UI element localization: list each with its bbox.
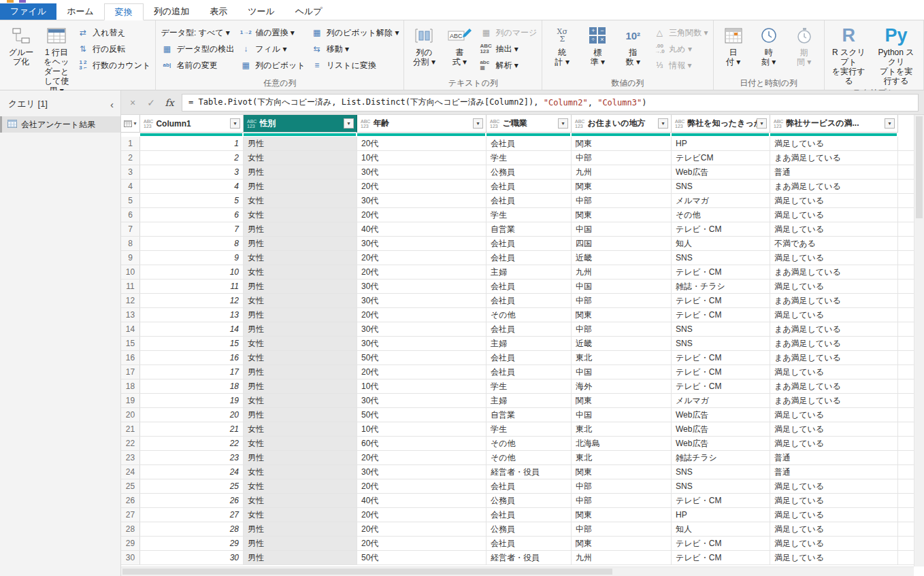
horizontal-scrollbar[interactable] (121, 566, 914, 576)
table-cell[interactable]: Web広告 (672, 408, 770, 422)
row-number[interactable]: 16 (121, 351, 140, 365)
row-number[interactable]: 21 (121, 422, 140, 436)
column-header-satisfaction[interactable]: ABC 123 弊社サービスの満... ▾ (770, 115, 898, 133)
time-button[interactable]: 時 刻 ▾ (754, 22, 784, 67)
table-cell[interactable]: まあ満足している (770, 351, 898, 365)
table-cell[interactable]: 中国 (572, 222, 672, 236)
table-cell[interactable]: 20代 (357, 365, 486, 379)
table-cell[interactable]: HP (672, 508, 770, 522)
row-number[interactable]: 11 (121, 279, 140, 293)
table-cell[interactable]: 30 (140, 551, 244, 564)
table-cell[interactable]: 男性 (244, 222, 357, 236)
table-cell[interactable]: 40代 (357, 222, 486, 236)
table-cell[interactable]: SNS (672, 337, 770, 350)
table-cell[interactable]: 26 (140, 494, 244, 507)
table-cell[interactable]: 30代 (357, 165, 486, 179)
format-button[interactable]: ABC 書 式 ▾ (444, 22, 474, 67)
table-cell[interactable]: 満足している (770, 522, 898, 536)
table-cell[interactable]: 近畿 (572, 337, 672, 350)
table-cell[interactable]: 関東 (572, 537, 672, 550)
table-cell[interactable]: 女性 (244, 351, 357, 365)
filter-icon[interactable]: ▾ (230, 118, 240, 129)
filter-icon[interactable]: ▾ (558, 118, 568, 129)
table-cell[interactable]: 満足している (770, 222, 898, 236)
table-cell[interactable]: 関東 (572, 394, 672, 407)
extract-button[interactable]: ABC 123 抽出 ▾ (480, 41, 537, 57)
table-cell[interactable]: 男性 (244, 551, 357, 564)
row-number[interactable]: 10 (121, 265, 140, 279)
table-cell[interactable]: まあ満足している (770, 322, 898, 336)
split-column-button[interactable]: 列の 分割 ▾ (409, 22, 439, 67)
table-cell[interactable]: 関東 (572, 465, 672, 479)
table-cell[interactable]: まあ満足している (770, 265, 898, 279)
use-first-row-as-headers-button[interactable]: 1 行目をヘッ ダーとして使用 ▾ (42, 22, 71, 96)
table-cell[interactable]: 女性 (244, 422, 357, 436)
table-cell[interactable]: 50代 (357, 351, 486, 365)
count-rows-button[interactable]: 1 2 3 ⌐ 行数のカウント (77, 57, 150, 73)
rounding-button[interactable]: .00 →.0 丸め ▾ (653, 41, 708, 57)
table-cell[interactable]: 10代 (357, 422, 486, 436)
table-cell[interactable]: 会社員 (486, 279, 572, 293)
table-cell[interactable]: 男性 (244, 137, 357, 150)
table-cell[interactable]: 男性 (244, 408, 357, 422)
table-cell[interactable]: 満足している (770, 208, 898, 222)
table-cell[interactable]: 会社員 (486, 365, 572, 379)
table-cell[interactable]: 女性 (244, 465, 357, 479)
table-cell[interactable]: 自営業 (486, 408, 572, 422)
filter-icon[interactable]: ▾ (658, 118, 668, 129)
table-cell[interactable]: 学生 (486, 422, 572, 436)
table-cell[interactable]: SNS (672, 479, 770, 493)
table-cell[interactable]: 25 (140, 479, 244, 493)
row-number[interactable]: 8 (121, 237, 140, 250)
table-cell[interactable]: 30代 (357, 279, 486, 293)
table-cell[interactable]: 満足している (770, 551, 898, 564)
table-cell[interactable]: 会社員 (486, 237, 572, 250)
table-cell[interactable]: 満足している (770, 422, 898, 436)
table-cell[interactable]: 20 (140, 408, 244, 422)
table-cell[interactable]: テレビ・CM (672, 494, 770, 507)
table-cell[interactable]: 会社員 (486, 251, 572, 265)
table-cell[interactable]: 女性 (244, 208, 357, 222)
formula-input[interactable]: = Table.Pivot(下方向へコピー済み, List.Distinct(下… (182, 94, 919, 112)
row-number[interactable]: 17 (121, 365, 140, 379)
table-cell[interactable]: 経営者・役員 (486, 551, 572, 564)
tab-add-column[interactable]: 列の追加 (144, 3, 199, 20)
table-cell[interactable]: 北海島 (572, 437, 672, 450)
table-cell[interactable]: 女性 (244, 494, 357, 507)
table-cell[interactable]: 6 (140, 208, 244, 222)
table-cell[interactable]: テレビ・CM (672, 351, 770, 365)
table-cell[interactable]: 男性 (244, 165, 357, 179)
table-cell[interactable]: 20代 (357, 537, 486, 550)
table-cell[interactable]: 14 (140, 322, 244, 336)
tab-transform[interactable]: 変換 (104, 3, 144, 20)
table-cell[interactable]: 10 (140, 265, 244, 279)
column-header-region[interactable]: ABC 123 お住まいの地方 ▾ (572, 115, 672, 133)
table-cell[interactable]: 8 (140, 237, 244, 250)
tab-help[interactable]: ヘルプ (285, 3, 333, 20)
trigonometry-button[interactable]: △ 三角関数 ▾ (653, 24, 708, 41)
tab-file[interactable]: ファイル (0, 3, 56, 20)
table-cell[interactable]: 女性 (244, 151, 357, 165)
table-cell[interactable]: 女性 (244, 337, 357, 350)
table-cell[interactable]: 5 (140, 194, 244, 207)
row-number[interactable]: 23 (121, 451, 140, 464)
table-cell[interactable]: 自営業 (486, 222, 572, 236)
table-cell[interactable]: 会社員 (486, 137, 572, 150)
filter-icon[interactable]: ▾ (885, 118, 895, 129)
table-cell[interactable]: 関東 (572, 137, 672, 150)
row-number[interactable]: 6 (121, 208, 140, 222)
table-cell[interactable]: 満足している (770, 537, 898, 550)
table-cell[interactable]: 会社員 (486, 351, 572, 365)
table-cell[interactable]: 女性 (244, 437, 357, 450)
table-cell[interactable]: 中部 (572, 522, 672, 536)
table-cell[interactable]: 24 (140, 465, 244, 479)
table-cell[interactable]: 20代 (357, 180, 486, 193)
table-cell[interactable]: 会社員 (486, 194, 572, 207)
table-cell[interactable]: その他 (672, 208, 770, 222)
table-cell[interactable]: 女性 (244, 479, 357, 493)
table-cell[interactable]: まあ満足している (770, 394, 898, 407)
table-cell[interactable]: 関東 (572, 208, 672, 222)
table-cell[interactable]: 15 (140, 337, 244, 350)
filter-icon[interactable]: ▾ (344, 118, 354, 129)
table-cell[interactable]: 20代 (357, 508, 486, 522)
